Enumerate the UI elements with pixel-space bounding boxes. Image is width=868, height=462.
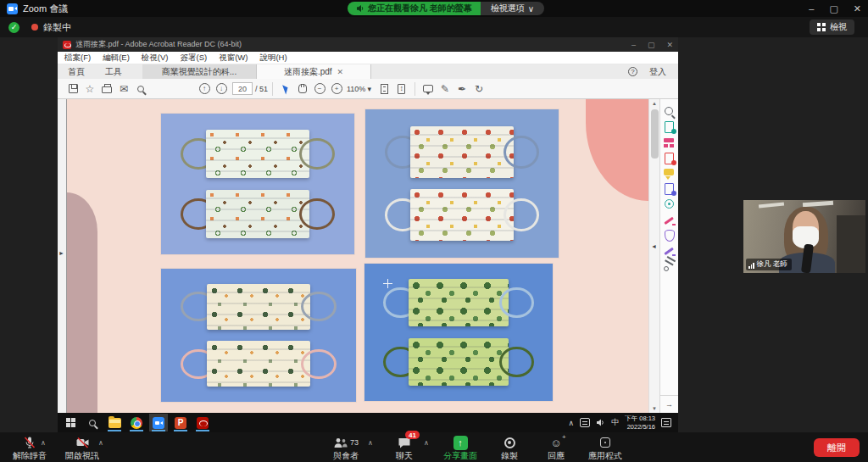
page-number-input[interactable]: 20 (232, 82, 253, 95)
search-icon[interactable] (132, 81, 149, 97)
mask-body (207, 341, 310, 387)
email-icon[interactable]: ✉ (115, 81, 132, 97)
doc-tab-business[interactable]: 商業視覺設計的科... (142, 64, 257, 79)
video-options-chevron[interactable]: ∧ (98, 439, 103, 447)
menu-window[interactable]: 視窗(W) (219, 53, 248, 64)
select-tool-icon[interactable] (277, 81, 294, 97)
volume-icon[interactable] (596, 418, 605, 427)
security-shield-icon[interactable]: ✓ (8, 22, 19, 33)
minimize-button[interactable]: – (809, 3, 814, 14)
ink-sign-icon[interactable] (664, 245, 676, 257)
scroll-down-icon[interactable]: ▼ (652, 404, 657, 413)
print-icon[interactable] (98, 81, 115, 97)
hand-tool-icon[interactable] (294, 81, 311, 97)
taskbar-search-icon[interactable] (83, 414, 102, 431)
viewing-banner-text: 您正在觀看徐凡 老師的螢幕 (368, 3, 472, 14)
zoom-out-icon[interactable]: − (311, 81, 328, 97)
ear-loop (299, 198, 334, 230)
tab-home[interactable]: 首頁 (58, 64, 95, 79)
ear-loop (301, 292, 337, 321)
doc-tab-active[interactable]: 迷雨接案.pdf ✕ (257, 64, 371, 79)
zoom-level-select[interactable]: 110% (347, 85, 365, 93)
maximize-button[interactable]: ▢ (829, 3, 837, 14)
tray-chevron-icon[interactable]: ∧ (569, 419, 575, 427)
acrobat-maximize-button[interactable]: ▢ (648, 41, 655, 49)
scroll-mode-icon[interactable] (393, 81, 410, 97)
next-page-icon[interactable]: ↓ (213, 81, 230, 97)
search-tool-icon[interactable] (664, 106, 676, 118)
vertical-scrollbar[interactable]: ▲ ▼ (648, 99, 659, 413)
input-method-indicator[interactable]: 中 (611, 417, 619, 428)
unmute-options-chevron[interactable]: ∧ (41, 439, 46, 447)
tray-window-icon[interactable] (580, 418, 590, 427)
tab-tools[interactable]: 工具 (95, 64, 132, 79)
send-for-review-icon[interactable]: ↻ (470, 81, 487, 97)
previous-page-icon[interactable]: ↑ (196, 81, 213, 97)
webcam-tile[interactable]: 徐凡 老師 (743, 200, 865, 273)
acrobat-app-icon (63, 41, 71, 49)
protect-pdf-icon[interactable] (664, 230, 676, 242)
open-left-panel-icon[interactable]: ► (58, 250, 64, 256)
help-icon[interactable]: ? (628, 67, 637, 76)
pencil-icon[interactable]: ✎ (437, 81, 453, 97)
taskbar-clock[interactable]: 下午 08:13 2022/5/16 (625, 415, 655, 431)
scroll-up-icon[interactable]: ▲ (652, 99, 657, 108)
start-button[interactable] (61, 414, 80, 431)
background-shelf (837, 215, 865, 273)
close-tab-icon[interactable]: ✕ (337, 68, 344, 76)
menu-help[interactable]: 說明(H) (259, 53, 287, 64)
camera-off-icon (75, 436, 90, 449)
combine-files-icon[interactable] (664, 183, 676, 195)
acrobat-toolbar: ☆ ✉ ↑ ↓ 20 / 51 − + 110% ▾ ✎ ✒ ↻ (58, 79, 678, 99)
leave-button[interactable]: 離開 (814, 438, 860, 457)
apps-button[interactable]: 應用程式 (576, 435, 635, 462)
unmute-button[interactable]: 解除靜音 (0, 435, 59, 462)
acrobat-window-title: 迷雨接案.pdf - Adobe Acrobat Reader DC (64-b… (75, 39, 242, 50)
zoom-logo-icon (7, 3, 18, 14)
menu-sign[interactable]: 簽署(S) (180, 53, 207, 64)
acrobat-taskbar-icon[interactable] (193, 414, 212, 431)
compress-pdf-icon[interactable] (664, 198, 676, 210)
export-pdf-icon[interactable] (664, 121, 676, 133)
file-explorer-icon[interactable] (105, 414, 124, 431)
save-icon[interactable] (64, 81, 81, 97)
menu-edit[interactable]: 編輯(E) (103, 53, 130, 64)
acrobat-titlebar: 迷雨接案.pdf - Adobe Acrobat Reader DC (64-b… (58, 37, 678, 52)
acrobat-minimize-button[interactable]: – (632, 41, 636, 49)
star-icon[interactable]: ☆ (81, 81, 98, 97)
ear-loop (301, 349, 337, 379)
more-tools-icon[interactable] (664, 260, 676, 272)
fill-sign-toolbar-icon[interactable]: ✒ (453, 81, 470, 97)
powerpoint-icon[interactable]: P (171, 414, 190, 431)
zoom-app-icon[interactable] (149, 414, 168, 431)
chrome-icon[interactable] (127, 414, 146, 431)
comment-tool-icon[interactable] (664, 168, 676, 180)
face-mask-photo (394, 188, 530, 242)
fill-sign-icon[interactable] (664, 214, 676, 226)
participants-button[interactable]: 73 與會者 (316, 435, 376, 462)
participants-chevron[interactable]: ∧ (368, 439, 373, 447)
zoom-controlbar: 解除靜音 ∧ 開啟視訊 ∧ 73 與會者 ∧ (0, 432, 868, 462)
comment-icon[interactable] (420, 81, 437, 97)
expand-tools-icon[interactable]: → (660, 395, 678, 409)
mask-body (410, 126, 513, 178)
scrollbar-thumb[interactable] (651, 109, 659, 159)
pdf-page (67, 99, 648, 413)
collapse-panel-icon[interactable]: ◄ (651, 243, 657, 249)
sign-in-link[interactable]: 登入 (649, 66, 666, 78)
action-center-icon[interactable] (661, 418, 671, 427)
page-decor-blob-left (67, 192, 97, 413)
menu-view[interactable]: 檢視(V) (142, 53, 169, 64)
close-button[interactable]: ✕ (854, 3, 861, 14)
menu-file[interactable]: 檔案(F) (64, 53, 91, 64)
zoom-chevron-icon[interactable]: ▾ (367, 85, 371, 93)
view-layout-button[interactable]: 檢視 (810, 19, 854, 35)
view-options-button[interactable]: 檢視選項 ∨ (481, 2, 544, 15)
acrobat-close-button[interactable]: ✕ (666, 41, 673, 49)
ear-loop (499, 287, 533, 318)
create-pdf-icon[interactable] (664, 153, 676, 164)
edit-pdf-icon[interactable] (664, 137, 676, 149)
chat-chevron[interactable]: ∧ (424, 439, 429, 447)
zoom-in-icon[interactable]: + (328, 81, 345, 97)
fit-page-icon[interactable] (376, 81, 393, 97)
